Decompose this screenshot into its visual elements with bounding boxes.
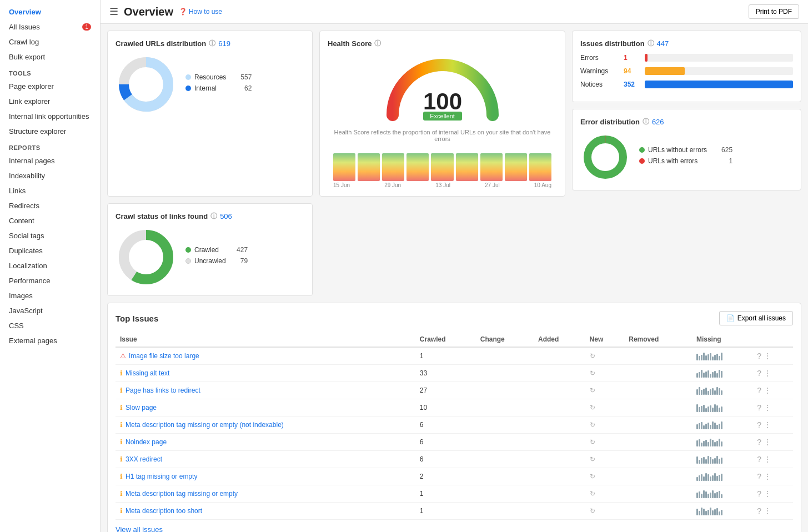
missing-cell <box>692 485 752 503</box>
history-bar <box>721 353 722 360</box>
help-action-icon[interactable]: ? <box>757 369 761 378</box>
change-cell <box>476 382 534 399</box>
sidebar-item-links[interactable]: Links <box>0 183 100 198</box>
help-action-icon[interactable]: ? <box>757 472 761 481</box>
sidebar-item-images[interactable]: Images <box>0 288 100 303</box>
crawled-urls-donut-section: Resources 557 Internal 62 <box>116 54 304 115</box>
sidebar-item-link-explorer[interactable]: Link explorer <box>0 94 100 109</box>
sidebar-item-page-explorer[interactable]: Page explorer <box>0 79 100 94</box>
issue-name-link[interactable]: Slow page <box>126 404 157 411</box>
view-all-issues-link[interactable]: View all issues <box>116 525 163 532</box>
sidebar-item-internal-link-opp[interactable]: Internal link opportunities <box>0 109 100 124</box>
health-score-info-icon[interactable]: ⓘ <box>374 39 381 48</box>
more-action-icon[interactable]: ⋮ <box>764 472 771 481</box>
menu-icon[interactable]: ☰ <box>109 6 118 18</box>
sidebar-item-duplicates[interactable]: Duplicates <box>0 243 100 258</box>
help-action-icon[interactable]: ? <box>757 386 761 395</box>
history-bar <box>719 511 720 515</box>
more-action-icon[interactable]: ⋮ <box>764 506 771 515</box>
crawled-cell: 1 <box>415 347 476 365</box>
issue-name-link[interactable]: Noindex page <box>126 438 167 446</box>
loading-icon: ↻ <box>590 438 595 446</box>
sidebar-item-redirects[interactable]: Redirects <box>0 198 100 213</box>
export-all-issues-button[interactable]: 📄 Export all issues <box>719 311 793 325</box>
notices-row: Notices 352 <box>580 81 793 88</box>
removed-cell <box>624 399 692 416</box>
history-bar <box>703 405 705 412</box>
sidebar-item-all-issues[interactable]: All Issues1 <box>0 19 100 34</box>
sidebar-item-structure-explorer[interactable]: Structure explorer <box>0 124 100 139</box>
change-cell <box>476 434 534 451</box>
sidebar-item-crawl-log[interactable]: Crawl log <box>0 34 100 49</box>
history-bar <box>707 423 709 429</box>
history-bar <box>703 353 705 360</box>
sidebar-item-bulk-export[interactable]: Bulk export <box>0 49 100 64</box>
sidebar-item-overview[interactable]: Overview <box>0 4 100 19</box>
issue-name-link[interactable]: 3XX redirect <box>126 455 162 463</box>
help-action-icon[interactable]: ? <box>757 455 761 464</box>
history-bars <box>696 455 748 464</box>
history-bar <box>710 476 711 481</box>
history-bar <box>707 354 709 360</box>
sidebar-item-css[interactable]: CSS <box>0 318 100 333</box>
history-bar <box>714 404 716 412</box>
sidebar-item-social-tags[interactable]: Social tags <box>0 228 100 243</box>
help-action-icon[interactable]: ? <box>757 352 761 360</box>
history-bar <box>710 353 711 360</box>
issue-name-link[interactable]: Page has links to redirect <box>126 387 200 394</box>
more-action-icon[interactable]: ⋮ <box>764 489 771 498</box>
history-bar <box>716 387 718 395</box>
more-action-icon[interactable]: ⋮ <box>764 369 771 378</box>
issue-name-link[interactable]: Missing alt text <box>126 369 169 377</box>
sidebar-item-external-pages[interactable]: External pages <box>0 333 100 348</box>
more-action-icon[interactable]: ⋮ <box>764 420 771 429</box>
sidebar-item-performance[interactable]: Performance <box>0 273 100 288</box>
more-action-icon[interactable]: ⋮ <box>764 386 771 395</box>
more-action-icon[interactable]: ⋮ <box>764 438 771 446</box>
sidebar-item-internal-pages[interactable]: Internal pages <box>0 153 100 168</box>
history-bar <box>712 372 714 378</box>
history-bar <box>712 490 714 498</box>
history-bars <box>696 489 748 498</box>
issues-dist-info-icon[interactable]: ⓘ <box>648 39 654 48</box>
table-row: ℹNoindex page6↻ ? ⋮ <box>116 434 793 451</box>
more-action-icon[interactable]: ⋮ <box>764 455 771 464</box>
issue-name-link[interactable]: Meta description tag missing or empty <box>126 490 238 498</box>
error-dist-info-icon[interactable]: ⓘ <box>643 117 649 127</box>
content-area: Crawled URLs distribution ⓘ 619 <box>101 24 808 532</box>
how-to-use-link[interactable]: ❓ How to use <box>179 8 222 16</box>
history-bar <box>696 440 698 446</box>
history-bar <box>716 492 718 498</box>
more-action-icon[interactable]: ⋮ <box>764 403 771 412</box>
history-bar <box>712 475 714 481</box>
issue-name-link[interactable]: Image file size too large <box>129 352 199 360</box>
sidebar-item-localization[interactable]: Localization <box>0 258 100 273</box>
history-bar <box>701 355 702 360</box>
history-bar <box>707 474 709 481</box>
crawl-status-info-icon[interactable]: ⓘ <box>210 212 217 221</box>
help-action-icon[interactable]: ? <box>757 489 761 498</box>
sidebar-item-content[interactable]: Content <box>0 213 100 228</box>
missing-cell <box>692 434 752 451</box>
svg-point-4 <box>588 139 623 175</box>
loading-icon: ↻ <box>590 455 595 463</box>
more-action-icon[interactable]: ⋮ <box>764 352 771 360</box>
history-bar <box>701 458 702 464</box>
help-action-icon[interactable]: ? <box>757 506 761 515</box>
sidebar-item-javascript[interactable]: JavaScript <box>0 303 100 318</box>
help-action-icon[interactable]: ? <box>757 403 761 412</box>
history-bar <box>696 493 698 498</box>
help-action-icon[interactable]: ? <box>757 420 761 429</box>
sidebar-item-indexability[interactable]: Indexability <box>0 168 100 183</box>
issue-name-link[interactable]: Meta description tag missing or empty (n… <box>126 421 284 429</box>
history-bar <box>719 491 720 498</box>
issue-name-link[interactable]: H1 tag missing or empty <box>126 473 197 480</box>
actions-cell: ? ⋮ <box>752 416 793 434</box>
help-action-icon[interactable]: ? <box>757 438 761 446</box>
history-bar <box>710 457 711 464</box>
actions-cell: ? ⋮ <box>752 468 793 485</box>
crawled-urls-info-icon[interactable]: ⓘ <box>209 39 215 48</box>
new-cell: ↻ <box>585 451 625 468</box>
issue-name-link[interactable]: Meta description too short <box>126 507 202 515</box>
print-to-pdf-button[interactable]: Print to PDF <box>749 4 799 19</box>
